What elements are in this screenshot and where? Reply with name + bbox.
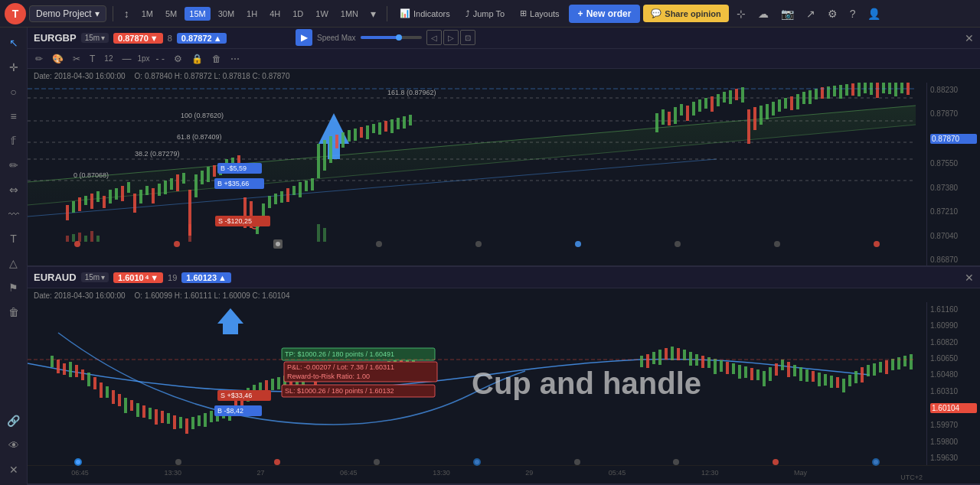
svg-rect-21 [121,186,124,201]
volume-special [273,239,283,249]
sidebar-cursor-tool[interactable]: ↖ [3,32,24,54]
tf-4h[interactable]: 4H [265,7,285,21]
tf-1mn[interactable]: 1MN [336,7,363,21]
new-order-button[interactable]: + New order [569,5,641,23]
bot-price-1: 1.60990 [930,321,977,330]
sidebar-link-tool[interactable]: 🔗 [3,410,24,431]
svg-rect-24 [139,190,142,203]
speed-track[interactable] [361,36,422,39]
sidebar-shape-tool[interactable]: △ [3,252,24,274]
top-chart-close-button[interactable]: ✕ [965,32,974,44]
svg-text:S  +$33,46: S +$33,46 [220,392,252,399]
crosshair-icon[interactable]: ⊹ [732,5,750,23]
tf-30m[interactable]: 30M [214,7,239,21]
top-timeframe-badge[interactable]: 15m ▾ [81,33,109,43]
dashed-line-button[interactable]: - - [153,52,168,66]
nav-rewind-button[interactable]: ⊡ [460,30,475,45]
svg-rect-154 [185,418,188,434]
svg-rect-135 [69,362,72,377]
svg-rect-85 [753,107,756,130]
sidebar-circle-tool[interactable]: ○ [3,81,24,103]
up-icon: ▲ [218,273,227,282]
volume-dot-blue [575,241,581,247]
nav-back-button[interactable]: ◁ [426,30,442,45]
more-timeframes-icon[interactable]: ▾ [366,5,381,23]
svg-rect-82 [735,89,738,100]
scissors-button[interactable]: ✂ [70,52,83,66]
camera-icon[interactable]: 📷 [776,5,799,23]
bottom-chart-close-button[interactable]: ✕ [965,272,974,284]
avatar-icon[interactable]: 👤 [863,5,885,23]
down-icon: ▼ [150,273,158,282]
bottom-vol-dot [175,459,181,465]
sidebar-lines-tool[interactable]: ≡ [3,106,24,127]
sidebar-eye-tool[interactable]: 👁 [3,435,24,456]
bottom-vol-dot2 [374,459,380,465]
bottom-vol-dot4 [673,459,679,465]
bottom-chart-canvas[interactable]: S +$33,46 B -$8,42 TP: $1000.26 / 180 po… [28,302,926,465]
settings-icon[interactable]: ⚙ [823,5,842,23]
share-opinion-button[interactable]: 💬 Share opinion [643,5,728,22]
font-size-value: 12 [101,54,116,63]
tf-1h[interactable]: 1H [242,7,262,21]
jump-to-button[interactable]: ⤴ Jump To [459,6,511,21]
tf-1w[interactable]: 1W [311,7,333,21]
jump-icon: ⤴ [466,9,470,18]
bottom-volume-dot-blue [74,458,82,466]
share-network-icon[interactable]: ↗ [802,5,820,23]
draw-trash-button[interactable]: 🗑 [209,52,224,66]
draw-settings-button[interactable]: ⚙ [171,52,185,66]
solid-line-button[interactable]: — [119,52,134,66]
tf-5m[interactable]: 5M [161,7,181,21]
up-arrow-icon: ▲ [214,34,222,43]
top-price-3: 0.87550 [930,159,977,168]
sidebar-trash-tool[interactable]: 🗑 [3,301,24,323]
svg-rect-83 [741,87,744,103]
sidebar-fib-tool[interactable]: 𝕗 [3,130,24,151]
svg-rect-60 [360,127,363,138]
compare-icon[interactable]: ↕ [119,5,134,23]
svg-rect-214 [775,363,778,376]
svg-rect-69 [655,113,658,132]
paint-button[interactable]: 🎨 [49,52,67,66]
volume-dot-red [874,241,880,247]
sidebar-wave-tool[interactable]: 〰 [3,203,24,225]
draw-more-button[interactable]: ⋯ [227,52,243,66]
sidebar-ruler-tool[interactable]: ⇔ [3,179,24,200]
nav-forward-button[interactable]: ▷ [443,30,459,45]
help-icon[interactable]: ? [845,5,861,23]
cloud-icon[interactable]: ☁ [753,5,773,23]
play-button[interactable]: ▶ [296,29,312,46]
bottom-symbol: EURAUD [34,272,77,283]
sidebar-text-tool[interactable]: T [3,228,24,249]
svg-rect-80 [723,92,726,103]
sidebar-flag-tool[interactable]: ⚑ [3,277,24,298]
svg-rect-194 [652,352,655,364]
svg-rect-77 [704,98,707,109]
svg-rect-228 [861,367,864,382]
indicators-button[interactable]: 📊 Indicators [394,5,456,21]
bottom-chart-header: EURAUD 15m ▾ 1.6010 4 ▼ 19 1.60123 ▲ ✕ [28,267,980,288]
sidebar-brush-tool[interactable]: ✏ [3,155,24,176]
pencil-button[interactable]: ✏ [32,52,46,66]
svg-rect-14 [78,197,81,211]
project-selector[interactable]: Demo Project ▾ [29,5,106,22]
svg-rect-216 [787,362,790,377]
svg-rect-137 [81,369,84,380]
lock-button[interactable]: 🔒 [188,52,206,66]
text-button[interactable]: T [87,52,98,66]
svg-rect-225 [842,379,845,392]
bottom-vol-dot-red2 [773,459,779,465]
sidebar-delete-tool[interactable]: ✕ [3,459,24,480]
tf-15m[interactable]: 15M [185,7,210,21]
bottom-timeframe-badge[interactable]: 15m ▾ [81,272,109,282]
svg-rect-169 [277,377,280,389]
svg-rect-89 [778,99,781,112]
tf-1m[interactable]: 1M [137,7,158,21]
svg-rect-221 [818,373,821,386]
volume-dot [675,241,681,247]
bottom-chart-body[interactable]: S +$33,46 B -$8,42 TP: $1000.26 / 180 po… [28,302,980,465]
layouts-button[interactable]: ⊞ Layouts [514,5,566,21]
tf-1d[interactable]: 1D [288,7,308,21]
sidebar-cross-tool[interactable]: ✛ [3,57,24,78]
